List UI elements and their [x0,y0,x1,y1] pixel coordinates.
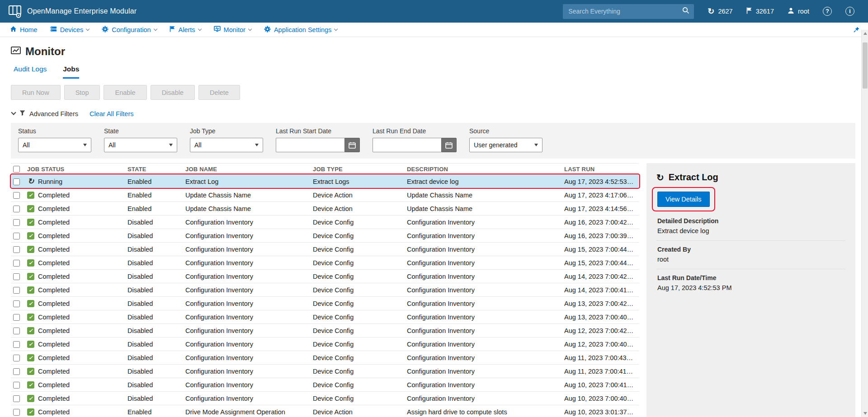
job-row[interactable]: Completed Disabled Configuration Invento… [11,337,639,351]
scrollbar-thumb[interactable] [863,42,868,89]
job-name: Configuration Inventory [185,273,313,280]
nav-monitor[interactable]: Monitor [208,23,258,37]
job-status-icon [27,286,34,294]
row-checkbox[interactable] [13,287,20,294]
job-row[interactable]: Completed Disabled Configuration Invento… [11,229,639,243]
toolbar-button[interactable]: Delete [198,85,240,100]
row-checkbox[interactable] [13,395,20,402]
job-status-icon [27,368,34,375]
toolbar-button[interactable]: Run Now [11,85,61,100]
nav-devices[interactable]: Devices [44,23,96,37]
row-checkbox[interactable] [13,260,20,267]
job-last-run: Aug 15, 2023 7:00:44 PM [564,259,639,267]
job-row[interactable]: Completed Disabled Configuration Invento… [11,270,639,283]
openmanage-logo-icon[interactable] [8,5,22,18]
column-header[interactable]: LAST RUN [564,166,639,173]
job-status-icon [27,273,34,280]
select-all-checkbox[interactable] [13,166,20,173]
row-checkbox[interactable] [13,192,20,199]
row-checkbox[interactable] [13,206,20,212]
row-checkbox[interactable] [13,368,20,375]
job-row[interactable]: Completed Disabled Configuration Invento… [11,243,639,256]
pin-nav-icon[interactable] [853,26,860,35]
help-button[interactable]: ? [823,7,832,16]
alerts-count: 32617 [756,8,774,15]
job-row[interactable]: Completed Disabled Configuration Invento… [11,283,639,297]
state-filter-label: State [104,127,177,135]
tab[interactable]: Jobs [63,65,79,79]
alerts-indicator[interactable]: 32617 [746,7,774,15]
tab[interactable]: Audit Logs [14,65,47,79]
jobs-indicator[interactable]: ↻ 2627 [708,7,732,15]
row-checkbox[interactable] [13,314,20,321]
status-filter-select[interactable]: All [18,138,91,152]
column-header[interactable]: JOB STATUS [27,166,127,173]
state-filter-select[interactable]: All [104,138,177,152]
view-details-button[interactable]: View Details [657,192,710,207]
nav-application-settings[interactable]: Application Settings [258,23,344,37]
column-header[interactable]: DESCRIPTION [407,166,564,173]
job-actions-toolbar: Run NowStopEnableDisableDelete [11,85,855,100]
search-icon[interactable] [682,7,689,16]
row-checkbox[interactable] [13,355,20,361]
job-row[interactable]: Completed Enabled Update Chassis Name De… [11,188,639,202]
job-state: Disabled [127,273,185,280]
nav-alerts[interactable]: Alerts [163,23,208,37]
job-row[interactable]: Completed Enabled Drive Mode Assignment … [11,405,639,417]
job-name: Configuration Inventory [185,327,313,334]
column-header[interactable]: STATE [127,166,185,173]
job-row[interactable]: Completed Disabled Configuration Invento… [11,310,639,324]
job-row[interactable]: Completed Disabled Configuration Invento… [11,216,639,229]
job-row[interactable]: Completed Disabled Configuration Invento… [11,392,639,405]
row-checkbox[interactable] [13,246,20,253]
row-checkbox[interactable] [13,233,20,239]
row-checkbox[interactable] [13,300,20,307]
toolbar-button[interactable]: Enable [104,85,146,100]
row-checkbox[interactable] [13,382,20,389]
source-filter-select[interactable]: User generated [469,138,542,152]
scroll-down-arrow[interactable] [862,410,868,417]
clear-all-filters-link[interactable]: Clear All Filters [90,110,134,117]
row-checkbox[interactable] [13,328,20,334]
start-date-input[interactable] [276,138,344,152]
detail-field-label: Detailed Description [657,217,844,225]
end-date-input[interactable] [373,138,441,152]
row-checkbox[interactable] [13,219,20,226]
start-date-filter-label: Last Run Start Date [276,127,360,135]
row-checkbox[interactable] [13,341,20,348]
job-type: Device Config [313,219,407,226]
info-button[interactable]: i [845,7,854,16]
row-checkbox[interactable] [13,273,20,280]
toolbar-button[interactable]: Disable [151,85,195,100]
nav-home[interactable]: Home [4,23,44,37]
job-row[interactable]: Running Enabled Extract Log Extract Logs… [11,175,639,188]
job-type: Extract Logs [313,178,407,185]
job-row[interactable]: Completed Disabled Configuration Invento… [11,351,639,365]
job-last-run: Aug 10, 2023 7:00:41 PM [564,381,639,389]
job-row[interactable]: Completed Disabled Configuration Invento… [11,378,639,392]
column-header[interactable]: JOB TYPE [313,166,407,173]
global-search[interactable] [563,4,694,19]
calendar-button[interactable] [441,138,457,152]
column-header[interactable]: JOB NAME [185,166,313,173]
job-type: Device Action [313,192,407,199]
scroll-up-arrow[interactable] [862,30,868,37]
toolbar-button[interactable]: Stop [64,85,100,100]
nav-configuration[interactable]: Configuration [95,23,163,37]
vertical-scrollbar[interactable] [861,30,868,417]
job-row[interactable]: Completed Disabled Configuration Invento… [11,256,639,270]
row-checkbox[interactable] [13,409,20,416]
collapse-chevron-icon[interactable] [11,110,16,115]
job-row[interactable]: Completed Disabled Configuration Invento… [11,365,639,378]
job-row[interactable]: Completed Enabled Update Chassis Name De… [11,202,639,216]
job-type: Device Config [313,259,407,267]
job-last-run: Aug 11, 2023 7:00:41 PM [564,368,639,375]
job-row[interactable]: Completed Disabled Configuration Invento… [11,297,639,310]
calendar-button[interactable] [344,138,360,152]
user-menu[interactable]: root [788,7,809,15]
search-input[interactable] [567,7,682,15]
job-row[interactable]: Completed Disabled Configuration Invento… [11,324,639,337]
job-type-filter-select[interactable]: All [190,138,263,152]
job-description: Configuration Inventory [407,341,564,348]
row-checkbox[interactable] [13,178,20,185]
